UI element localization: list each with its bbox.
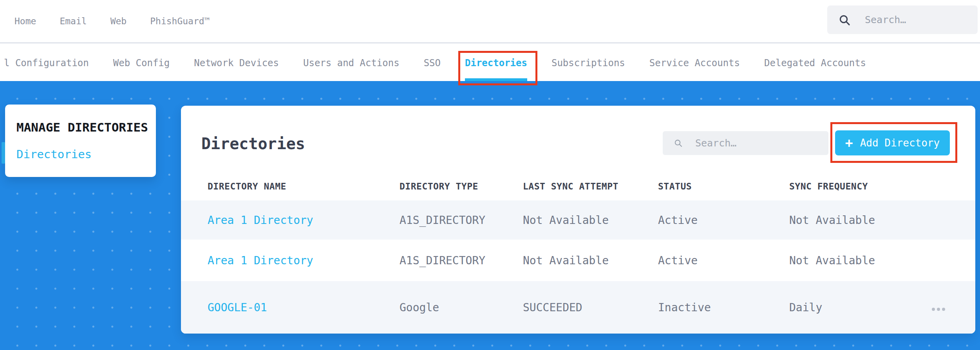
- page-title: Directories: [201, 135, 305, 153]
- tab-network-devices[interactable]: Network Devices: [194, 45, 279, 81]
- directories-panel: Directories + Add Directory DIRECTORY NA…: [181, 106, 975, 334]
- directory-type-cell: A1S_DIRECTORY: [400, 214, 523, 227]
- col-header-last-sync-attempt: LAST SYNC ATTEMPT: [523, 181, 658, 191]
- ellipsis-icon: [937, 308, 940, 311]
- directories-search-input[interactable]: [695, 137, 817, 149]
- card-title: MANAGE DIRECTORIES: [16, 120, 156, 134]
- tab-email-configuration[interactable]: l Configuration: [4, 45, 89, 81]
- nav-item-phishguard[interactable]: PhishGuard™: [150, 16, 210, 26]
- ellipsis-icon: [942, 308, 945, 311]
- directory-type-cell: Google: [400, 301, 523, 314]
- directories-search[interactable]: [663, 131, 828, 155]
- global-search-input[interactable]: [865, 14, 967, 25]
- nav-item-web[interactable]: Web: [110, 16, 127, 26]
- row-actions-menu[interactable]: [930, 305, 947, 314]
- sync-frequency-cell: Not Available: [789, 254, 930, 267]
- col-header-directory-type: DIRECTORY TYPE: [400, 181, 523, 191]
- tab-users-and-actions[interactable]: Users and Actions: [303, 45, 400, 81]
- manage-directories-card: MANAGE DIRECTORIES Directories: [5, 105, 156, 177]
- tab-web-config[interactable]: Web Config: [113, 45, 170, 81]
- add-directory-label: Add Directory: [860, 137, 940, 149]
- tab-directories[interactable]: Directories: [465, 45, 527, 81]
- table-row: Area 1 Directory A1S_DIRECTORY Not Avail…: [181, 240, 975, 281]
- sidebar-item-directories[interactable]: Directories: [16, 148, 92, 161]
- active-item-indicator: [2, 142, 5, 164]
- sync-frequency-cell: Daily: [789, 301, 930, 314]
- directory-name-link[interactable]: Area 1 Directory: [208, 254, 400, 267]
- ellipsis-icon: [932, 308, 935, 311]
- col-header-status: STATUS: [658, 181, 789, 191]
- col-header-sync-frequency: SYNC FREQUENCY: [789, 181, 930, 191]
- directory-type-cell: A1S_DIRECTORY: [400, 254, 523, 267]
- add-directory-button[interactable]: + Add Directory: [835, 130, 950, 155]
- table-row: Area 1 Directory A1S_DIRECTORY Not Avail…: [181, 200, 975, 240]
- tab-sso[interactable]: SSO: [424, 45, 441, 81]
- directory-name-link[interactable]: GOOGLE-01: [208, 301, 400, 314]
- nav-item-home[interactable]: Home: [14, 16, 36, 26]
- col-header-directory-name: DIRECTORY NAME: [208, 181, 400, 191]
- status-cell: Active: [658, 214, 789, 227]
- table-row: GOOGLE-01 Google SUCCEEDED Inactive Dail…: [181, 281, 975, 334]
- status-cell: Inactive: [658, 301, 789, 314]
- table-header-row: DIRECTORY NAME DIRECTORY TYPE LAST SYNC …: [181, 172, 975, 200]
- top-nav: Home Email Web PhishGuard™: [0, 0, 980, 43]
- app-window: Home Email Web PhishGuard™ l Configurati…: [0, 0, 980, 350]
- row-actions-cell: [930, 301, 975, 314]
- status-cell: Active: [658, 254, 789, 267]
- last-sync-attempt-cell: SUCCEEDED: [523, 301, 658, 314]
- panel-toolbar: Directories + Add Directory: [181, 106, 975, 172]
- section-tabs: l Configuration Web Config Network Devic…: [0, 45, 980, 81]
- tab-delegated-accounts[interactable]: Delegated Accounts: [764, 45, 866, 81]
- last-sync-attempt-cell: Not Available: [523, 214, 658, 227]
- top-nav-links: Home Email Web PhishGuard™: [14, 0, 210, 42]
- search-icon: [838, 14, 851, 26]
- tab-subscriptions[interactable]: Subscriptions: [551, 45, 625, 81]
- nav-item-email[interactable]: Email: [60, 16, 87, 26]
- global-search[interactable]: [827, 5, 978, 34]
- last-sync-attempt-cell: Not Available: [523, 254, 658, 267]
- tab-service-accounts[interactable]: Service Accounts: [649, 45, 740, 81]
- sync-frequency-cell: Not Available: [789, 214, 930, 227]
- plus-icon: +: [845, 137, 853, 150]
- directory-name-link[interactable]: Area 1 Directory: [208, 214, 400, 227]
- search-icon: [674, 138, 683, 148]
- content-area: MANAGE DIRECTORIES Directories Directori…: [0, 81, 980, 350]
